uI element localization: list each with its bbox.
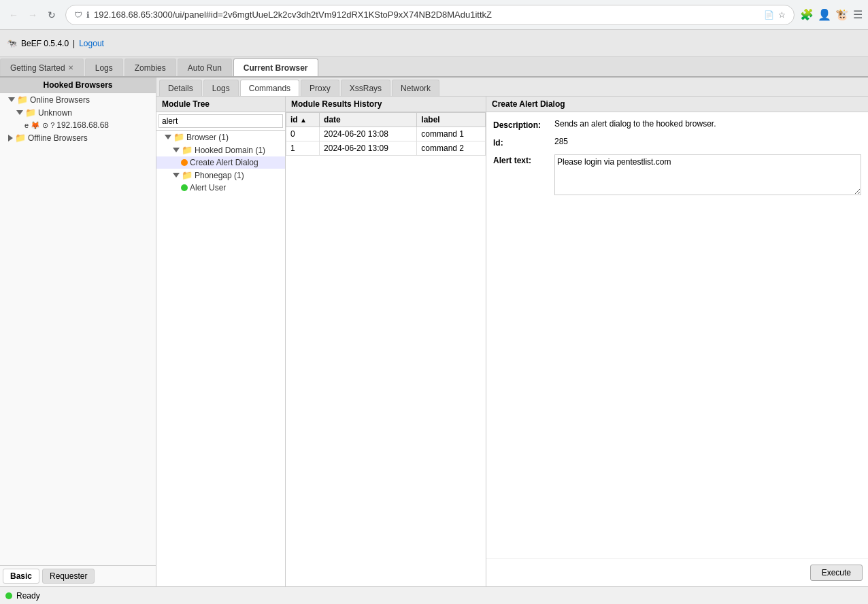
- module-tree-create-alert[interactable]: Create Alert Dialog: [156, 156, 285, 169]
- online-browsers-label: Online Browsers: [30, 95, 90, 105]
- module-tree-hooked-domain[interactable]: 📁 Hooked Domain (1): [156, 144, 285, 156]
- id-value: 285: [554, 137, 861, 146]
- col-label-label: label: [421, 115, 439, 124]
- sort-icon: ▲: [300, 116, 307, 124]
- extensions-icon[interactable]: 🧩: [800, 8, 814, 21]
- logout-link[interactable]: Logout: [79, 39, 104, 48]
- tab-logs[interactable]: Logs: [85, 58, 123, 76]
- table-row[interactable]: 1 2024-06-20 13:09 command 2: [286, 141, 486, 156]
- col-id[interactable]: id ▲: [286, 113, 320, 127]
- sub-tab-proxy[interactable]: Proxy: [301, 80, 339, 96]
- row-0-id: 0: [286, 127, 320, 141]
- results-table-body: 0 2024-06-20 13:08 command 1 1 2024-06-2…: [286, 127, 486, 156]
- expand-icon-offline: [8, 135, 13, 141]
- description-value: Sends an alert dialog to the hooked brow…: [554, 119, 861, 129]
- create-alert-label: Create Alert Dialog: [190, 158, 258, 167]
- folder-offline-icon: 📁: [15, 133, 26, 143]
- tab-auto-run[interactable]: Auto Run: [178, 58, 232, 76]
- tab-zombies-label: Zombies: [135, 63, 166, 73]
- row-0-label: command 1: [417, 127, 486, 141]
- results-table: id ▲ date label: [286, 112, 486, 156]
- expand-icon: [8, 97, 15, 102]
- forward-button[interactable]: →: [24, 7, 41, 23]
- module-tree-browser[interactable]: 📁 Browser (1): [156, 131, 285, 144]
- beef-logo: 🐄: [7, 39, 17, 48]
- tab-auto-run-label: Auto Run: [188, 63, 222, 73]
- address-bar[interactable]: 🛡 ℹ 192.168.68.65:3000/ui/panel#id=2v6mg…: [65, 5, 795, 25]
- sub-tab-commands[interactable]: Commands: [240, 80, 299, 96]
- col-date-label: date: [324, 115, 341, 124]
- beef-extension-icon[interactable]: 🐮: [835, 8, 849, 21]
- sub-tab-xssrays[interactable]: XssRays: [341, 80, 390, 96]
- sub-tab-commands-label: Commands: [249, 84, 290, 93]
- module-results-header: Module Results History: [286, 97, 486, 112]
- beef-version: BeEF 0.5.4.0: [21, 39, 69, 48]
- results-table-head: id ▲ date label: [286, 113, 486, 127]
- security-icon: 🛡: [74, 10, 82, 20]
- tree-item-online-browsers[interactable]: 📁 Online Browsers: [0, 93, 156, 106]
- chrome-icon: ⊙: [42, 121, 48, 130]
- sub-tabs: Details Logs Commands Proxy XssRays Netw…: [156, 78, 868, 97]
- module-tree-panel: Module Tree 📁 Browser (1): [156, 97, 286, 586]
- folder-browser-icon: 📁: [173, 132, 184, 142]
- unknown-label: Unknown: [38, 108, 72, 118]
- results-table-container: id ▲ date label: [286, 112, 486, 586]
- reload-button[interactable]: ↻: [44, 7, 60, 23]
- col-id-label: id: [290, 115, 298, 124]
- right-panel: Details Logs Commands Proxy XssRays Netw…: [156, 78, 868, 586]
- tree-item-unknown[interactable]: 📁 Unknown: [0, 106, 156, 119]
- sub-tab-logs[interactable]: Logs: [203, 80, 239, 96]
- tab-current-browser[interactable]: Current Browser: [233, 58, 318, 76]
- execute-button[interactable]: Execute: [810, 565, 863, 581]
- sub-tab-network[interactable]: Network: [392, 80, 439, 96]
- tab-getting-started[interactable]: Getting Started ✕: [0, 58, 84, 76]
- tab-zombies[interactable]: Zombies: [124, 58, 176, 76]
- tree-item-offline-browsers[interactable]: 📁 Offline Browsers: [0, 131, 156, 144]
- back-button[interactable]: ←: [5, 7, 22, 23]
- phonegap-label: Phonegap (1): [195, 171, 244, 180]
- search-box: [156, 112, 285, 131]
- id-label: Id:: [493, 137, 554, 148]
- sub-tab-details[interactable]: Details: [159, 80, 202, 96]
- profile-icon[interactable]: 👤: [818, 8, 831, 21]
- module-tree-alert-user[interactable]: Alert User: [156, 182, 285, 194]
- green-dot-icon: [181, 184, 188, 191]
- browser-expand-icon: [165, 135, 171, 139]
- status-dot-icon: [5, 592, 12, 599]
- sidebar: Hooked Browsers 📁 Online Browsers 📁 Unkn…: [0, 78, 156, 586]
- alert-text-container: Please login via <span class="underline-…: [554, 154, 861, 197]
- menu-icon[interactable]: ☰: [853, 8, 863, 21]
- alert-user-label: Alert User: [190, 183, 226, 192]
- orange-dot-icon: [181, 159, 188, 166]
- row-1-date: 2024-06-20 13:09: [320, 141, 417, 156]
- content-area: Hooked Browsers 📁 Online Browsers 📁 Unkn…: [0, 78, 868, 586]
- hooked-domain-expand-icon: [173, 148, 180, 152]
- sub-tab-proxy-label: Proxy: [310, 84, 331, 93]
- tab-getting-started-close[interactable]: ✕: [68, 64, 73, 71]
- module-tree-phonegap[interactable]: 📁 Phonegap (1): [156, 169, 285, 182]
- bottom-tab-basic[interactable]: Basic: [3, 569, 39, 584]
- execute-btn-row: Execute: [486, 558, 868, 586]
- alert-text-label: Alert text:: [493, 154, 554, 165]
- module-search-input[interactable]: [158, 114, 283, 128]
- tree-item-ip[interactable]: e 🦊 ⊙ ? 192.168.68.68: [0, 119, 156, 131]
- sub-tab-network-label: Network: [401, 84, 431, 93]
- expand-icon-unknown: [16, 110, 23, 115]
- offline-browsers-label: Offline Browsers: [28, 133, 88, 143]
- bottom-tab-requester[interactable]: Requester: [42, 569, 95, 584]
- ip-address-label: 192.168.68.68: [56, 120, 109, 130]
- folder-phonegap-icon: 📁: [182, 170, 193, 180]
- col-date[interactable]: date: [320, 113, 417, 127]
- form-row-alert-text: Alert text: Please login via <span class…: [493, 154, 861, 197]
- tab-current-browser-label: Current Browser: [244, 63, 308, 73]
- alert-text-input[interactable]: Please login via <span class="underline-…: [554, 154, 861, 195]
- table-row[interactable]: 0 2024-06-20 13:08 command 1: [286, 127, 486, 141]
- tab-getting-started-label: Getting Started: [10, 63, 65, 73]
- panel-content: Module Tree 📁 Browser (1): [156, 97, 868, 586]
- ff-icon: 🦊: [31, 121, 40, 130]
- requester-tab-label: Requester: [50, 571, 87, 581]
- col-label[interactable]: label: [417, 113, 486, 127]
- nav-buttons: ← → ↻: [5, 7, 60, 23]
- status-bar: Ready: [0, 586, 868, 604]
- folder-unknown-icon: 📁: [25, 107, 36, 118]
